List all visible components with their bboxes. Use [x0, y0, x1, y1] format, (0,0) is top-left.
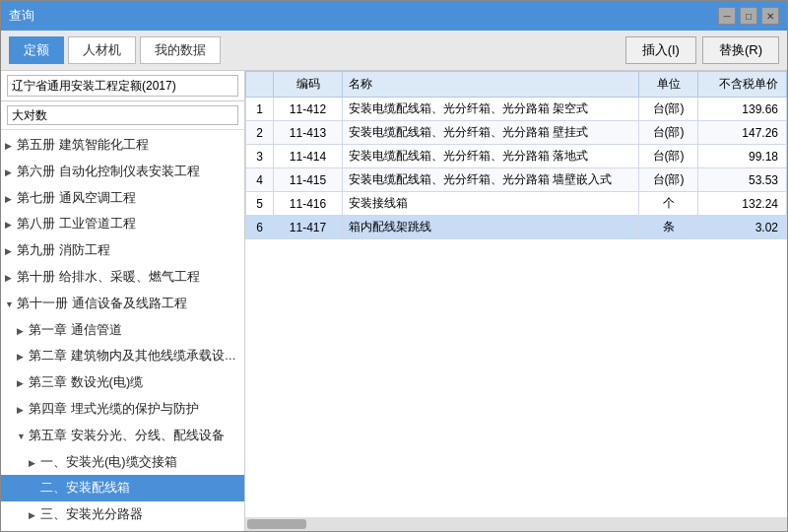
table-row[interactable]: 211-413安装电缆配线箱、光分纤箱、光分路箱 壁挂式台(部)147.26 — [246, 121, 787, 145]
window-title: 查询 — [9, 7, 34, 25]
cell-unit: 台(部) — [639, 121, 698, 145]
tree-arrow-icon: ▶ — [5, 218, 17, 232]
tree-arrow-icon: ▶ — [5, 271, 17, 285]
tab-rencaiji[interactable]: 人材机 — [68, 36, 136, 64]
tree-arrow-icon: ▶ — [5, 166, 17, 179]
cell-code: 11-414 — [274, 145, 343, 168]
cell-num: 3 — [246, 145, 274, 168]
tree-item[interactable]: ▶第三章 数设光(电)缆 — [1, 369, 244, 396]
col-header-code: 编码 — [274, 72, 343, 98]
replace-button[interactable]: 替换(R) — [702, 36, 779, 64]
close-button[interactable]: ✕ — [761, 7, 779, 25]
insert-button[interactable]: 插入(I) — [625, 36, 696, 64]
cell-num: 4 — [246, 168, 274, 192]
cell-name: 安装电缆配线箱、光分纤箱、光分路箱 壁挂式 — [343, 121, 639, 145]
cell-name: 安装接线箱 — [343, 192, 639, 216]
cell-unit: 台(部) — [639, 98, 698, 121]
table-row[interactable]: 411-415安装电缆配线箱、光分纤箱、光分路箱 墙壁嵌入式台(部)53.53 — [246, 168, 787, 192]
cell-price: 132.24 — [698, 192, 787, 216]
cell-num: 1 — [246, 98, 274, 121]
main-content: 辽宁省通用安装工程定额(2017) ▶第五册 建筑智能化工程▶第六册 自动化控制… — [1, 71, 787, 531]
tree-item-label: 第九册 消防工程 — [17, 242, 110, 257]
search-input[interactable] — [7, 105, 238, 125]
tree-item[interactable]: ▶第四章 埋式光缆的保护与防护 — [1, 396, 244, 423]
tree-item-label: 第三章 数设光(电)缆 — [29, 374, 143, 389]
minimize-button[interactable]: ─ — [718, 7, 736, 25]
cell-code: 11-412 — [274, 98, 343, 121]
tree-item-label: 第十一册 通信设备及线路工程 — [17, 296, 187, 310]
tree-arrow-icon: ▶ — [5, 192, 17, 206]
tree-item[interactable]: ▶三、安装光分路器 — [1, 501, 244, 528]
col-header-unit: 单位 — [639, 72, 698, 98]
tree-arrow-icon: ▼ — [5, 298, 17, 311]
horizontal-scrollbar[interactable] — [245, 517, 787, 531]
tree-area: ▶第五册 建筑智能化工程▶第六册 自动化控制仪表安装工程▶第七册 通风空调工程▶… — [1, 130, 244, 531]
tree-item[interactable]: ▶第九册 消防工程 — [1, 237, 244, 264]
maximize-button[interactable]: □ — [740, 7, 757, 25]
tree-arrow-icon: ▶ — [17, 350, 29, 364]
cell-price: 139.66 — [698, 98, 787, 121]
toolbar: 定额 人材机 我的数据 插入(I) 替换(R) — [1, 31, 787, 71]
tree-item-label: 第五章 安装分光、分线、配线设备 — [29, 428, 225, 442]
cell-unit: 台(部) — [639, 168, 698, 192]
cell-price: 99.18 — [698, 145, 787, 168]
tree-item-label: 一、安装光(电)缆交接箱 — [40, 454, 177, 469]
cell-unit: 台(部) — [639, 145, 698, 168]
cell-price: 147.26 — [698, 121, 787, 145]
tree-arrow-icon: ▼ — [17, 430, 29, 443]
tree-item-label: 第五册 建筑智能化工程 — [17, 137, 149, 152]
tree-item[interactable]: ▶第一章 通信管道 — [1, 317, 244, 344]
tree-item[interactable]: ▼第十一册 通信设备及线路工程 — [1, 291, 244, 317]
tree-item[interactable]: ▶一、安装光(电)缆交接箱 — [1, 449, 244, 476]
scrollbar-thumb[interactable] — [247, 519, 306, 529]
table-row[interactable]: 511-416安装接线箱个132.24 — [246, 192, 787, 216]
tree-item-label: 第六册 自动化控制仪表安装工程 — [17, 164, 200, 178]
tree-arrow-icon: ▶ — [5, 244, 17, 258]
dropdown-row: 辽宁省通用安装工程定额(2017) — [1, 71, 244, 101]
col-header-name: 名称 — [343, 72, 639, 98]
tree-item[interactable]: ▶第二章 建筑物内及其他线缆承载设施 — [1, 343, 244, 369]
col-header-num — [246, 72, 274, 98]
tree-item-label: 第四章 埋式光缆的保护与防护 — [29, 401, 199, 416]
tree-item[interactable]: ▶第八册 工业管道工程 — [1, 211, 244, 237]
tab-mydata[interactable]: 我的数据 — [140, 36, 221, 64]
table-row[interactable]: 611-417箱内配线架跳线条3.02 — [246, 216, 787, 239]
tree-item-label: 第七册 通风空调工程 — [17, 190, 136, 205]
tab-dinge[interactable]: 定额 — [9, 36, 64, 64]
table-row[interactable]: 311-414安装电缆配线箱、光分纤箱、光分路箱 落地式台(部)99.18 — [246, 145, 787, 168]
tree-item-label: 第十册 给排水、采暖、燃气工程 — [17, 269, 200, 284]
titlebar: 查询 ─ □ ✕ — [1, 1, 787, 31]
tree-item[interactable]: ▶第六册 自动化控制仪表安装工程 — [1, 159, 244, 185]
table-row[interactable]: 111-412安装电缆配线箱、光分纤箱、光分路箱 架空式台(部)139.66 — [246, 98, 787, 121]
tree-item-label: 二、安装配线箱 — [40, 480, 130, 495]
tree-arrow-icon: ▶ — [5, 139, 17, 153]
cell-name: 箱内配线架跳线 — [343, 216, 639, 239]
right-panel: 编码 名称 单位 不含税单价 111-412安装电缆配线箱、光分纤箱、光分路箱 … — [245, 71, 787, 531]
quota-dropdown[interactable]: 辽宁省通用安装工程定额(2017) — [7, 75, 238, 97]
cell-name: 安装电缆配线箱、光分纤箱、光分路箱 架空式 — [343, 98, 639, 121]
tree-item[interactable]: ▼第五章 安装分光、分线、配线设备 — [1, 423, 244, 449]
search-row — [1, 101, 244, 130]
left-panel: 辽宁省通用安装工程定额(2017) ▶第五册 建筑智能化工程▶第六册 自动化控制… — [1, 71, 245, 531]
tree-arrow-icon: ▶ — [29, 508, 40, 522]
table-container: 编码 名称 单位 不含税单价 111-412安装电缆配线箱、光分纤箱、光分路箱 … — [245, 71, 787, 517]
tree-item[interactable]: ▶第七册 通风空调工程 — [1, 185, 244, 212]
cell-price: 53.53 — [698, 168, 787, 192]
cell-unit: 条 — [639, 216, 698, 239]
tree-arrow-icon: ▶ — [17, 403, 29, 417]
cell-num: 6 — [246, 216, 274, 239]
tree-item[interactable]: ▶四、安装缆线终端盒、过线盒 — [1, 528, 244, 531]
tree-arrow-icon: ▶ — [29, 456, 40, 470]
tree-arrow-icon: ▶ — [17, 324, 29, 338]
titlebar-title: 查询 — [9, 7, 34, 25]
cell-num: 2 — [246, 121, 274, 145]
cell-code: 11-417 — [274, 216, 343, 239]
data-table: 编码 名称 单位 不含税单价 111-412安装电缆配线箱、光分纤箱、光分路箱 … — [245, 71, 787, 239]
tree-item-label: 三、安装光分路器 — [40, 506, 143, 521]
cell-code: 11-416 — [274, 192, 343, 216]
tree-item[interactable]: 二、安装配线箱 — [1, 475, 244, 501]
tree-item[interactable]: ▶第五册 建筑智能化工程 — [1, 132, 244, 159]
main-window: 查询 ─ □ ✕ 定额 人材机 我的数据 插入(I) 替换(R) 辽宁省通用安装… — [0, 0, 788, 532]
tree-item[interactable]: ▶第十册 给排水、采暖、燃气工程 — [1, 264, 244, 291]
cell-code: 11-415 — [274, 168, 343, 192]
